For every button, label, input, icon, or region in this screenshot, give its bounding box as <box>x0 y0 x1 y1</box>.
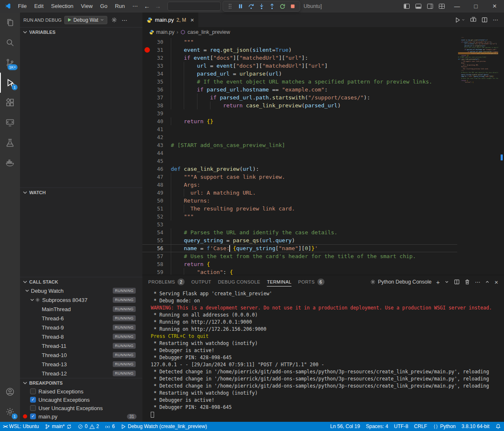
line-number[interactable]: 43 <box>151 141 163 149</box>
activity-search-icon[interactable] <box>0 33 20 53</box>
menu-selection[interactable]: Selection <box>47 0 77 13</box>
line-number[interactable]: 30 <box>151 38 163 46</box>
code-line[interactable]: 42 <box>142 133 504 141</box>
line-number[interactable]: 55 <box>151 236 163 244</box>
code-line[interactable]: 51The resulting preview link card. <box>142 205 504 213</box>
encoding-item[interactable]: UTF-8 <box>391 422 411 431</box>
menu-edit[interactable]: Edit <box>30 0 47 13</box>
line-number[interactable]: 38 <box>151 101 163 109</box>
code-line[interactable]: 30""" <box>142 38 504 46</box>
code-line[interactable]: 40return {} <box>142 117 504 125</box>
panel-tab-problems[interactable]: PROBLEMS2 <box>148 275 185 289</box>
glyph-margin[interactable] <box>142 78 151 86</box>
glyph-margin[interactable] <box>142 70 151 78</box>
line-number[interactable]: 59 <box>151 268 163 275</box>
line-number[interactable]: 37 <box>151 94 163 101</box>
glyph-margin[interactable] <box>142 221 151 228</box>
debug-settings-gear-icon[interactable] <box>110 16 118 24</box>
section-breakpoints[interactable]: BREAKPOINTS <box>20 378 142 387</box>
accounts-icon[interactable] <box>0 382 20 402</box>
section-call-stack[interactable]: CALL STACK <box>20 277 142 286</box>
menu-run[interactable]: Run <box>111 0 129 13</box>
chevron-down-icon[interactable] <box>24 288 30 294</box>
glyph-margin[interactable] <box>142 228 151 236</box>
glyph-margin[interactable] <box>142 244 151 252</box>
line-number[interactable]: 32 <box>151 54 163 62</box>
line-number[interactable]: 52 <box>151 213 163 221</box>
toggle-secondary-sidebar-icon[interactable] <box>424 0 436 13</box>
close-window-button[interactable]: × <box>485 0 504 13</box>
step-out-button[interactable] <box>267 2 276 11</box>
glyph-margin[interactable] <box>142 38 151 46</box>
line-number[interactable]: 41 <box>151 125 163 133</box>
chevron-down-icon[interactable] <box>29 297 35 303</box>
maximize-button[interactable]: □ <box>466 0 485 13</box>
glyph-margin[interactable] <box>142 54 151 62</box>
line-number[interactable]: 45 <box>151 157 163 165</box>
toggle-sidebar-icon[interactable] <box>401 0 413 13</box>
glyph-margin[interactable] <box>142 46 151 54</box>
code-line[interactable]: 45 <box>142 157 504 165</box>
glyph-margin[interactable] <box>142 197 151 205</box>
terminal-dropdown-icon[interactable] <box>444 279 449 284</box>
breakpoint-checkbox[interactable] <box>30 405 36 411</box>
activity-remote-explorer-icon[interactable] <box>0 113 20 133</box>
breakpoint-item[interactable]: main.py31 <box>20 412 142 421</box>
activity-source-control-icon[interactable]: 1K+ <box>0 53 20 73</box>
glyph-margin[interactable] <box>142 173 151 181</box>
glyph-margin[interactable] <box>142 181 151 189</box>
section-variables[interactable]: VARIABLES <box>20 27 142 36</box>
panel-tab-debug-console[interactable]: DEBUG CONSOLE <box>218 275 260 289</box>
line-number[interactable]: 40 <box>151 117 163 125</box>
eol-item[interactable]: CRLF <box>411 422 430 431</box>
step-over-button[interactable] <box>246 2 256 11</box>
git-branch-item[interactable]: main* <box>42 422 75 431</box>
call-stack-item[interactable]: Thread-13RUNNING <box>20 360 142 369</box>
line-number[interactable]: 48 <box>151 181 163 189</box>
activity-run-debug-icon[interactable]: 1 <box>0 73 20 93</box>
code-line[interactable]: 49url: A matching URL. <box>142 189 504 197</box>
stop-button[interactable] <box>288 2 297 11</box>
code-line[interactable]: 34parsed_url = urlparse(url) <box>142 70 504 78</box>
line-number[interactable]: 49 <box>151 189 163 197</box>
breakpoint-icon[interactable] <box>144 47 150 53</box>
maximize-panel-icon[interactable] <box>485 279 490 284</box>
glyph-margin[interactable] <box>142 260 151 268</box>
call-stack-item[interactable]: Thread-11RUNNING <box>20 341 142 350</box>
glyph-margin[interactable] <box>142 157 151 165</box>
restart-button[interactable] <box>278 2 287 11</box>
code-line[interactable]: 46def case_link_preview(url): <box>142 165 504 173</box>
views-more-button[interactable]: ⋯ <box>121 17 128 23</box>
glyph-margin[interactable] <box>142 149 151 157</box>
line-number[interactable]: 31 <box>151 46 163 54</box>
breakpoint-item[interactable]: User Uncaught Exceptions <box>20 404 142 412</box>
line-number[interactable]: 53 <box>151 221 163 228</box>
pause-button[interactable] <box>236 2 245 11</box>
debug-config-select[interactable]: Debug Wat <box>64 16 108 24</box>
activity-explorer-icon[interactable] <box>0 13 20 33</box>
code-line[interactable]: 33url = event["docs"]["matchedUrl"]["url… <box>142 62 504 70</box>
code-line[interactable]: 56name = f'Case: {query_string["name"][0… <box>142 244 504 252</box>
indentation-item[interactable]: Spaces: 4 <box>363 422 391 431</box>
glyph-margin[interactable] <box>142 117 151 125</box>
code-line[interactable]: 32if event["docs"]["matchedUrl"]["url"]: <box>142 54 504 62</box>
call-stack-item[interactable]: MainThreadRUNNING <box>20 304 142 314</box>
line-number[interactable]: 34 <box>151 70 163 78</box>
glyph-margin[interactable] <box>142 165 151 173</box>
line-number[interactable]: 56 <box>151 244 163 252</box>
glyph-margin[interactable] <box>142 213 151 221</box>
settings-gear-icon[interactable]: 1 <box>0 402 20 422</box>
split-editor-icon[interactable] <box>481 17 488 23</box>
glyph-margin[interactable] <box>142 86 151 94</box>
problems-item[interactable]: 0 2 <box>75 422 102 431</box>
glyph-margin[interactable] <box>142 205 151 213</box>
line-number[interactable]: 33 <box>151 62 163 70</box>
editor-more-button[interactable]: ⋯ <box>493 17 498 23</box>
line-number[interactable]: 36 <box>151 86 163 94</box>
call-stack-item[interactable]: Subprocess 80437RUNNING <box>20 295 142 304</box>
code-line[interactable]: 35# If the event object URL matches a sp… <box>142 78 504 86</box>
forward-button[interactable]: → <box>152 0 163 13</box>
glyph-margin[interactable] <box>142 133 151 141</box>
python-interpreter-item[interactable]: 3.8.10 64-bit <box>458 422 492 431</box>
breakpoint-item[interactable]: Uncaught Exceptions <box>20 396 142 404</box>
